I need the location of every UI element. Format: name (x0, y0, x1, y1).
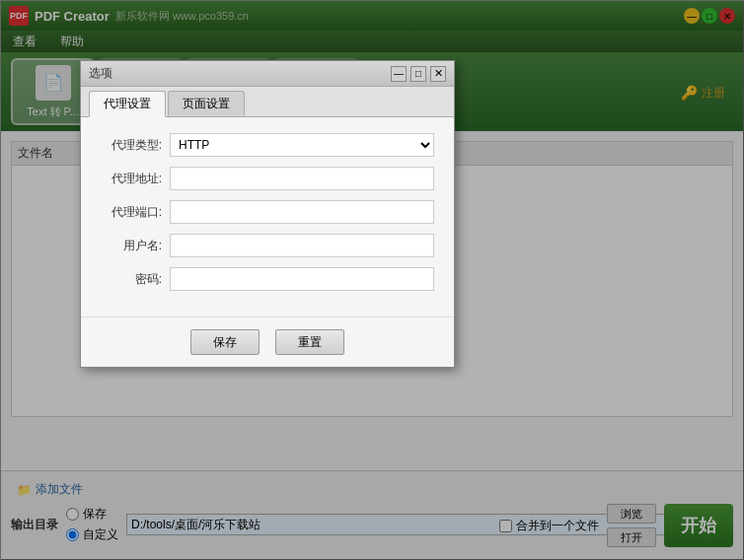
proxy-port-input[interactable] (170, 200, 434, 224)
proxy-type-row: 代理类型: HTTP SOCKS4 SOCKS5 无 (101, 133, 434, 157)
password-row: 密码: (101, 267, 434, 291)
proxy-type-label: 代理类型: (101, 137, 170, 154)
modal-title: 选项 (89, 65, 112, 82)
modal-title-bar: 选项 — □ ✕ (81, 61, 454, 87)
proxy-addr-input[interactable] (170, 167, 434, 190)
modal-minimize-button[interactable]: — (391, 66, 407, 82)
reset-button[interactable]: 重置 (275, 329, 344, 355)
password-label: 密码: (101, 271, 170, 288)
modal-footer: 保存 重置 (81, 316, 454, 367)
modal-close-button[interactable]: ✕ (430, 66, 446, 82)
proxy-type-select[interactable]: HTTP SOCKS4 SOCKS5 无 (170, 133, 434, 157)
app-window: PDF PDF Creator 新乐软件网 www.pco359.cn — □ … (0, 0, 744, 560)
modal-window-controls: — □ ✕ (391, 66, 446, 82)
save-button[interactable]: 保存 (190, 329, 260, 355)
proxy-port-row: 代理端口: (101, 200, 434, 224)
tab-proxy[interactable]: 代理设置 (89, 91, 166, 117)
modal-maximize-button[interactable]: □ (410, 66, 426, 82)
proxy-addr-label: 代理地址: (101, 171, 170, 187)
proxy-addr-row: 代理地址: (101, 167, 434, 190)
username-row: 用户名: (101, 234, 434, 257)
password-input[interactable] (170, 267, 434, 291)
username-input[interactable] (170, 234, 434, 257)
username-label: 用户名: (101, 238, 170, 254)
modal-form: 代理类型: HTTP SOCKS4 SOCKS5 无 代理地址: 代理端口: (81, 117, 454, 316)
tab-page[interactable]: 页面设置 (168, 91, 245, 116)
modal-dialog: 选项 — □ ✕ 代理设置 页面设置 代理类型: HTTP (80, 60, 455, 368)
proxy-port-label: 代理端口: (101, 204, 170, 221)
modal-overlay: 选项 — □ ✕ 代理设置 页面设置 代理类型: HTTP (1, 1, 744, 560)
modal-tab-strip: 代理设置 页面设置 (81, 87, 454, 117)
